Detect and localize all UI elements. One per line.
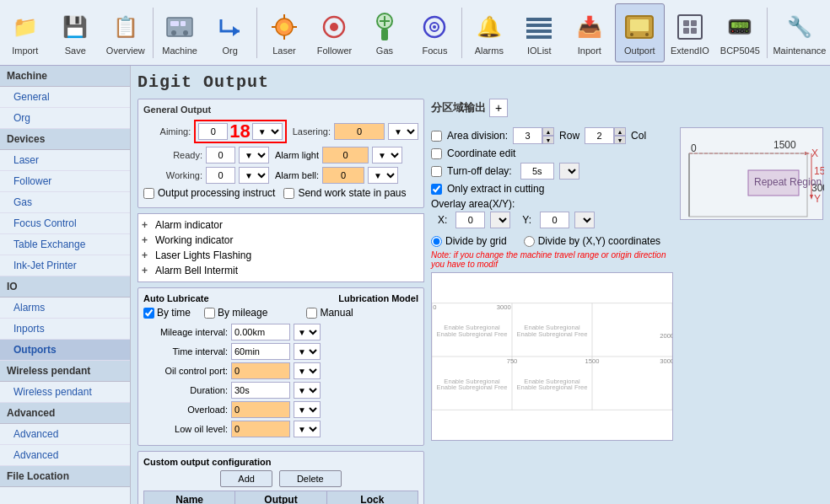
- by-time-check[interactable]: By time: [143, 307, 191, 319]
- lasering-dropdown[interactable]: ▼: [388, 123, 418, 140]
- x-dropdown[interactable]: ▼: [490, 212, 510, 228]
- time-interval-dropdown[interactable]: ▼: [294, 343, 321, 360]
- toolbar-item-overview[interactable]: 📋 Overview: [100, 3, 151, 62]
- y-dropdown[interactable]: ▼: [574, 212, 595, 228]
- aiming-input-val[interactable]: [198, 123, 228, 140]
- col-spin-down[interactable]: ▼: [614, 136, 626, 144]
- zone-title: 分区域输出: [431, 100, 486, 115]
- sidebar-item-ink-jet-printer[interactable]: Ink-Jet Printer: [0, 255, 130, 276]
- toolbar-item-alarms[interactable]: 🔔 Alarms: [464, 3, 515, 62]
- row-input[interactable]: [513, 127, 542, 144]
- sidebar-item-wireless-pendant[interactable]: Wireless pendant: [0, 382, 130, 403]
- ready-input[interactable]: [206, 147, 235, 164]
- row-spin-up[interactable]: ▲: [542, 127, 554, 136]
- toolbar-item-import[interactable]: 📁 Import: [0, 3, 51, 62]
- working-dropdown[interactable]: ▼: [239, 167, 269, 184]
- tree-item-working-indicator[interactable]: + Working indicator: [142, 233, 420, 248]
- col-spin-up[interactable]: ▲: [614, 127, 626, 136]
- sidebar-item-inports[interactable]: Inports: [0, 319, 130, 340]
- note-text: Note: if you change the machine travel r…: [431, 250, 673, 269]
- turnoff-checkbox[interactable]: [431, 166, 442, 177]
- custom-output-title: Custom output configuration: [143, 457, 418, 467]
- sidebar-item-laser[interactable]: Laser: [0, 150, 130, 171]
- time-interval-input[interactable]: [231, 343, 290, 360]
- area-division-checkbox[interactable]: [431, 131, 442, 142]
- sidebar-section-file-location[interactable]: File Location: [0, 466, 130, 487]
- tree-item-laser-lights[interactable]: + Laser Lights Flashing: [142, 248, 420, 263]
- toolbar-item-gas[interactable]: Gas: [359, 3, 410, 62]
- sidebar-item-focus-control[interactable]: Focus Control: [0, 213, 130, 234]
- oil-control-input[interactable]: [231, 362, 290, 379]
- sidebar-item-general[interactable]: General: [0, 87, 130, 108]
- toolbar-item-focus[interactable]: Focus: [410, 3, 461, 62]
- mileage-input[interactable]: [231, 324, 290, 340]
- toolbar-item-bcp[interactable]: 📟 BCP5045: [715, 3, 766, 62]
- sidebar-item-follower[interactable]: Follower: [0, 171, 130, 192]
- tree-item-alarm-bell[interactable]: + Alarm Bell Intermit: [142, 263, 420, 278]
- toolbar-item-machine[interactable]: Machine: [154, 3, 205, 62]
- toolbar-item-laser[interactable]: Laser: [259, 3, 310, 62]
- overload-input[interactable]: [231, 401, 290, 418]
- toolbar-item-save[interactable]: 💾 Save: [51, 3, 101, 62]
- toolbar-item-org[interactable]: Org: [205, 3, 256, 62]
- sidebar-item-org[interactable]: Org: [0, 108, 130, 129]
- alarm-bell-input[interactable]: [322, 167, 364, 184]
- working-input[interactable]: [206, 167, 235, 184]
- sidebar-section-io[interactable]: IO: [0, 276, 130, 298]
- lasering-input[interactable]: [334, 123, 385, 140]
- sidebar-section-wireless[interactable]: Wireless pendant: [0, 361, 130, 382]
- sidebar-item-alarms[interactable]: Alarms: [0, 298, 130, 319]
- alarm-light-input[interactable]: [322, 147, 369, 164]
- radio-divide-xy[interactable]: Divide by (X,Y) coordinates: [524, 235, 660, 247]
- toolbar-item-maintenance[interactable]: 🔧 Maintenance: [769, 3, 830, 62]
- duration-dropdown[interactable]: ▼: [294, 382, 321, 399]
- turnoff-input[interactable]: [520, 163, 554, 180]
- output-proc-checkbox[interactable]: [143, 188, 154, 199]
- toolbar-item-follower[interactable]: Follower: [310, 3, 360, 62]
- sidebar-section-machine[interactable]: Machine: [0, 66, 130, 87]
- alarm-bell-dropdown[interactable]: ▼: [368, 167, 398, 184]
- col-input[interactable]: [585, 127, 614, 144]
- manual-check[interactable]: Manual: [306, 307, 353, 319]
- toolbar-item-iolist[interactable]: IOList: [515, 3, 565, 62]
- by-mileage-check[interactable]: By mileage: [204, 307, 267, 319]
- send-work-checkbox[interactable]: [283, 188, 294, 199]
- svg-rect-15: [381, 29, 388, 40]
- aiming-dropdown[interactable]: ▼: [252, 123, 283, 140]
- divide-xy-label: Divide by (X,Y) coordinates: [538, 235, 660, 247]
- row-spin-down[interactable]: ▼: [542, 136, 554, 144]
- svg-marker-5: [233, 26, 240, 36]
- sidebar-item-outports[interactable]: Outports: [0, 340, 130, 361]
- sidebar-section-devices[interactable]: Devices: [0, 129, 130, 150]
- oil-control-dropdown[interactable]: ▼: [294, 362, 321, 379]
- sidebar-item-advanced-2[interactable]: Advanced: [0, 445, 130, 466]
- inport-icon: 📥: [573, 10, 606, 44]
- coord-edit-checkbox[interactable]: [431, 148, 442, 159]
- sidebar-section-advanced[interactable]: Advanced: [0, 403, 130, 424]
- tree-item-alarm-indicator[interactable]: + Alarm indicator: [142, 217, 420, 233]
- sidebar-item-advanced-1[interactable]: Advanced: [0, 424, 130, 445]
- sidebar-item-table-exchange[interactable]: Table Exchange: [0, 234, 130, 255]
- y-input[interactable]: [540, 212, 569, 228]
- radio-divide-grid[interactable]: Divide by grid: [431, 235, 507, 247]
- duration-input[interactable]: [231, 382, 290, 399]
- toolbar-item-inport[interactable]: 📥 Inport: [564, 3, 615, 62]
- x-input[interactable]: [455, 212, 485, 228]
- alarm-light-dropdown[interactable]: ▼: [372, 147, 402, 164]
- toolbar-item-outport[interactable]: Outport: [615, 3, 666, 62]
- sidebar-item-gas[interactable]: Gas: [0, 192, 130, 213]
- low-oil-dropdown[interactable]: ▼: [294, 421, 321, 437]
- overload-dropdown[interactable]: ▼: [294, 401, 321, 418]
- low-oil-input[interactable]: [231, 421, 290, 437]
- zone-add-button[interactable]: +: [489, 99, 508, 117]
- overlay-row: Overlay area(X/Y):: [431, 198, 673, 210]
- delete-button[interactable]: Delete: [279, 470, 342, 487]
- turnoff-dropdown[interactable]: ▼: [559, 163, 579, 180]
- toolbar-item-extendio[interactable]: ExtendIO: [665, 3, 715, 62]
- mileage-dropdown[interactable]: ▼: [294, 324, 321, 340]
- ready-dropdown[interactable]: ▼: [239, 147, 269, 164]
- send-work-label: Send work state in paus: [298, 187, 406, 199]
- extract-checkbox[interactable]: [431, 184, 442, 195]
- add-button[interactable]: Add: [220, 470, 272, 487]
- zone-header: 分区域输出 +: [431, 99, 823, 117]
